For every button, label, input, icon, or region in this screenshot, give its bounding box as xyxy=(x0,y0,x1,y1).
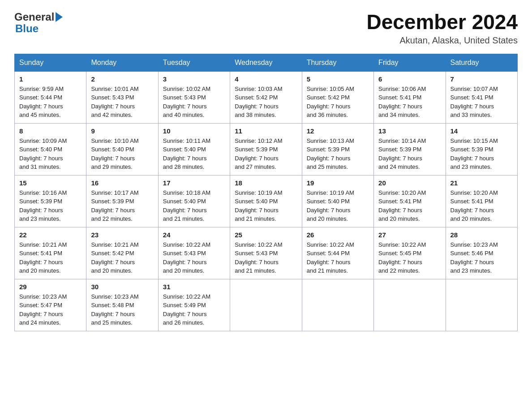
day-number: 24 xyxy=(163,231,225,239)
calendar-week-4: 22Sunrise: 10:21 AMSunset: 5:41 PMDaylig… xyxy=(15,227,518,279)
month-title: December 2024 xyxy=(366,11,518,34)
location-title: Akutan, Alaska, United States xyxy=(366,35,518,46)
cell-content: Sunrise: 10:13 AMSunset: 5:39 PMDaylight… xyxy=(307,137,369,171)
cell-content: Sunrise: 10:10 AMSunset: 5:40 PMDaylight… xyxy=(91,137,153,171)
calendar-cell: 23Sunrise: 10:21 AMSunset: 5:42 PMDaylig… xyxy=(86,227,158,279)
calendar-cell: 14Sunrise: 10:15 AMSunset: 5:39 PMDaylig… xyxy=(446,123,517,175)
day-number: 2 xyxy=(91,75,153,83)
logo-arrow-icon xyxy=(56,12,63,22)
calendar-cell: 8Sunrise: 10:09 AMSunset: 5:40 PMDayligh… xyxy=(15,123,86,175)
weekday-header-thursday: Thursday xyxy=(302,54,373,71)
day-number: 11 xyxy=(235,127,297,135)
weekday-header-friday: Friday xyxy=(374,54,446,71)
cell-content: Sunrise: 10:17 AMSunset: 5:39 PMDaylight… xyxy=(91,188,153,223)
day-number: 12 xyxy=(307,127,369,135)
cell-content: Sunrise: 10:22 AMSunset: 5:43 PMDaylight… xyxy=(235,240,297,275)
calendar-cell: 6Sunrise: 10:06 AMSunset: 5:41 PMDayligh… xyxy=(374,71,446,123)
calendar-cell: 10Sunrise: 10:11 AMSunset: 5:40 PMDaylig… xyxy=(158,123,230,175)
calendar-cell: 19Sunrise: 10:19 AMSunset: 5:40 PMDaylig… xyxy=(302,175,373,227)
cell-content: Sunrise: 10:03 AMSunset: 5:42 PMDaylight… xyxy=(235,85,297,120)
calendar-cell: 13Sunrise: 10:14 AMSunset: 5:39 PMDaylig… xyxy=(374,123,446,175)
cell-content: Sunrise: 10:21 AMSunset: 5:41 PMDaylight… xyxy=(19,240,82,275)
day-number: 27 xyxy=(378,231,441,239)
cell-content: Sunrise: 10:14 AMSunset: 5:39 PMDaylight… xyxy=(378,137,441,171)
cell-content: Sunrise: 10:05 AMSunset: 5:42 PMDaylight… xyxy=(307,85,369,120)
calendar-cell: 21Sunrise: 10:20 AMSunset: 5:41 PMDaylig… xyxy=(446,175,517,227)
day-number: 4 xyxy=(235,75,297,83)
cell-content: Sunrise: 10:23 AMSunset: 5:47 PMDaylight… xyxy=(19,292,82,327)
day-number: 22 xyxy=(19,231,82,239)
cell-content: Sunrise: 10:06 AMSunset: 5:41 PMDaylight… xyxy=(378,85,441,120)
calendar-cell: 24Sunrise: 10:22 AMSunset: 5:43 PMDaylig… xyxy=(158,227,230,279)
cell-content: Sunrise: 10:23 AMSunset: 5:48 PMDaylight… xyxy=(91,292,153,327)
day-number: 17 xyxy=(163,179,225,187)
weekday-header-row: SundayMondayTuesdayWednesdayThursdayFrid… xyxy=(15,54,518,71)
day-number: 15 xyxy=(19,179,82,187)
calendar-header: SundayMondayTuesdayWednesdayThursdayFrid… xyxy=(15,54,518,71)
day-number: 28 xyxy=(450,231,513,239)
day-number: 13 xyxy=(378,127,441,135)
calendar-cell xyxy=(230,279,302,331)
calendar-cell: 31Sunrise: 10:22 AMSunset: 5:49 PMDaylig… xyxy=(158,279,230,331)
day-number: 7 xyxy=(450,75,513,83)
day-number: 6 xyxy=(378,75,441,83)
cell-content: Sunrise: 10:20 AMSunset: 5:41 PMDaylight… xyxy=(450,188,513,223)
calendar-cell: 27Sunrise: 10:22 AMSunset: 5:45 PMDaylig… xyxy=(374,227,446,279)
cell-content: Sunrise: 10:16 AMSunset: 5:39 PMDaylight… xyxy=(19,188,82,223)
cell-content: Sunrise: 10:12 AMSunset: 5:39 PMDaylight… xyxy=(235,137,297,171)
day-number: 18 xyxy=(235,179,297,187)
calendar-cell: 18Sunrise: 10:19 AMSunset: 5:40 PMDaylig… xyxy=(230,175,302,227)
cell-content: Sunrise: 10:21 AMSunset: 5:42 PMDaylight… xyxy=(91,240,153,275)
title-area: December 2024 Akutan, Alaska, United Sta… xyxy=(366,11,518,46)
weekday-header-tuesday: Tuesday xyxy=(158,54,230,71)
calendar-week-1: 1Sunrise: 9:59 AMSunset: 5:44 PMDaylight… xyxy=(15,71,518,123)
day-number: 30 xyxy=(91,283,153,291)
day-number: 21 xyxy=(450,179,513,187)
cell-content: Sunrise: 9:59 AMSunset: 5:44 PMDaylight:… xyxy=(19,85,82,120)
logo: General Blue xyxy=(14,11,63,35)
weekday-header-wednesday: Wednesday xyxy=(230,54,302,71)
day-number: 26 xyxy=(307,231,369,239)
calendar-cell: 29Sunrise: 10:23 AMSunset: 5:47 PMDaylig… xyxy=(15,279,86,331)
day-number: 29 xyxy=(19,283,82,291)
day-number: 16 xyxy=(91,179,153,187)
day-number: 25 xyxy=(235,231,297,239)
calendar-week-5: 29Sunrise: 10:23 AMSunset: 5:47 PMDaylig… xyxy=(15,279,518,331)
cell-content: Sunrise: 10:07 AMSunset: 5:41 PMDaylight… xyxy=(450,85,513,120)
cell-content: Sunrise: 10:09 AMSunset: 5:40 PMDaylight… xyxy=(19,137,82,171)
cell-content: Sunrise: 10:23 AMSunset: 5:46 PMDaylight… xyxy=(450,240,513,275)
calendar-cell: 12Sunrise: 10:13 AMSunset: 5:39 PMDaylig… xyxy=(302,123,373,175)
calendar-cell: 15Sunrise: 10:16 AMSunset: 5:39 PMDaylig… xyxy=(15,175,86,227)
calendar-cell: 3Sunrise: 10:02 AMSunset: 5:43 PMDayligh… xyxy=(158,71,230,123)
cell-content: Sunrise: 10:22 AMSunset: 5:45 PMDaylight… xyxy=(378,240,441,275)
logo-area: General Blue xyxy=(14,11,63,35)
day-number: 31 xyxy=(163,283,225,291)
calendar-cell: 2Sunrise: 10:01 AMSunset: 5:43 PMDayligh… xyxy=(86,71,158,123)
calendar-cell: 11Sunrise: 10:12 AMSunset: 5:39 PMDaylig… xyxy=(230,123,302,175)
calendar-cell: 28Sunrise: 10:23 AMSunset: 5:46 PMDaylig… xyxy=(446,227,517,279)
calendar-cell: 17Sunrise: 10:18 AMSunset: 5:40 PMDaylig… xyxy=(158,175,230,227)
calendar-cell xyxy=(374,279,446,331)
calendar-cell: 4Sunrise: 10:03 AMSunset: 5:42 PMDayligh… xyxy=(230,71,302,123)
cell-content: Sunrise: 10:19 AMSunset: 5:40 PMDaylight… xyxy=(307,188,369,223)
cell-content: Sunrise: 10:18 AMSunset: 5:40 PMDaylight… xyxy=(163,188,225,223)
calendar-table: SundayMondayTuesdayWednesdayThursdayFrid… xyxy=(14,54,518,331)
logo-blue-text: Blue xyxy=(14,22,63,35)
logo-row1: General xyxy=(14,11,63,23)
cell-content: Sunrise: 10:20 AMSunset: 5:41 PMDaylight… xyxy=(378,188,441,223)
day-number: 9 xyxy=(91,127,153,135)
calendar-cell: 16Sunrise: 10:17 AMSunset: 5:39 PMDaylig… xyxy=(86,175,158,227)
calendar-cell xyxy=(302,279,373,331)
cell-content: Sunrise: 10:19 AMSunset: 5:40 PMDaylight… xyxy=(235,188,297,223)
cell-content: Sunrise: 10:15 AMSunset: 5:39 PMDaylight… xyxy=(450,137,513,171)
calendar-cell: 1Sunrise: 9:59 AMSunset: 5:44 PMDaylight… xyxy=(15,71,86,123)
calendar-body: 1Sunrise: 9:59 AMSunset: 5:44 PMDaylight… xyxy=(15,71,518,331)
calendar-cell: 22Sunrise: 10:21 AMSunset: 5:41 PMDaylig… xyxy=(15,227,86,279)
cell-content: Sunrise: 10:22 AMSunset: 5:49 PMDaylight… xyxy=(163,292,225,327)
cell-content: Sunrise: 10:22 AMSunset: 5:43 PMDaylight… xyxy=(163,240,225,275)
calendar-cell: 26Sunrise: 10:22 AMSunset: 5:44 PMDaylig… xyxy=(302,227,373,279)
cell-content: Sunrise: 10:22 AMSunset: 5:44 PMDaylight… xyxy=(307,240,369,275)
day-number: 20 xyxy=(378,179,441,187)
day-number: 1 xyxy=(19,75,82,83)
calendar-cell: 9Sunrise: 10:10 AMSunset: 5:40 PMDayligh… xyxy=(86,123,158,175)
